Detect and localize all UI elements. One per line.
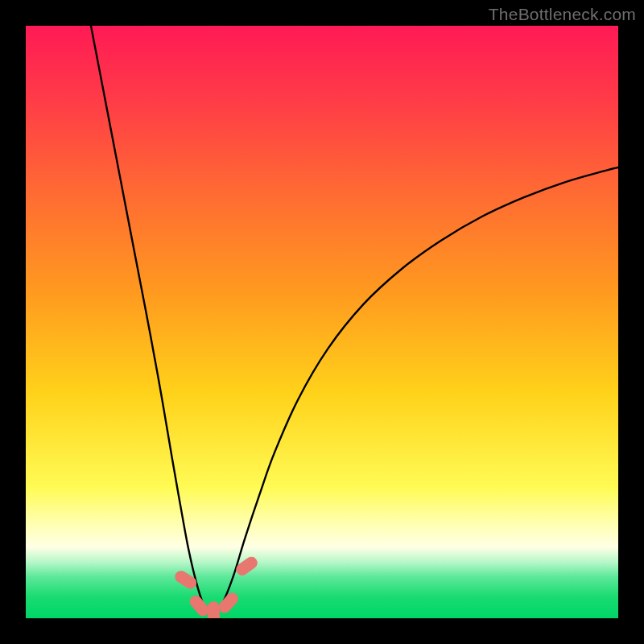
watermark-text: TheBottleneck.com (489, 5, 636, 24)
plot-area (26, 26, 618, 618)
plot-svg (26, 26, 618, 618)
chart-frame: TheBottleneck.com (0, 0, 644, 644)
curve-marker (208, 601, 219, 618)
gradient-background (26, 26, 618, 618)
